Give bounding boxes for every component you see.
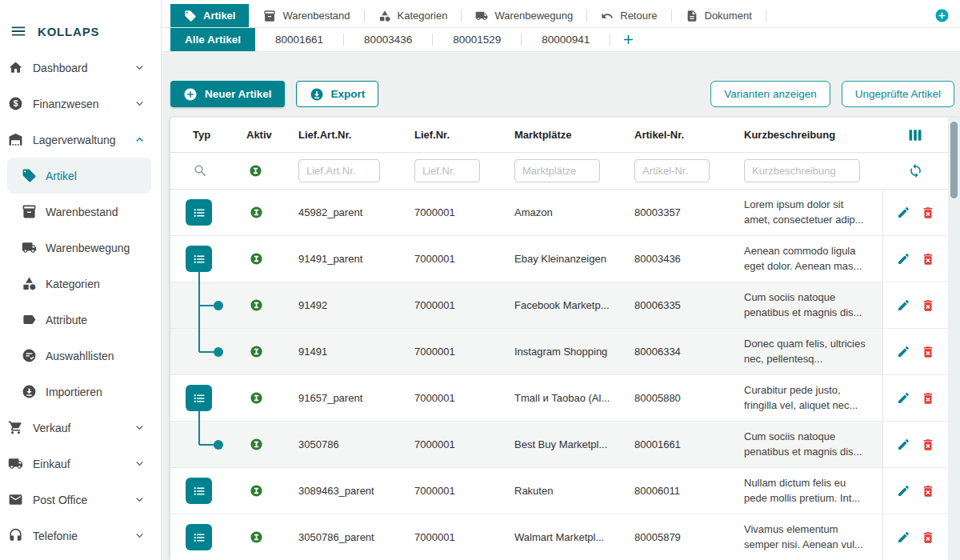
- edit-row-button[interactable]: [897, 391, 910, 405]
- parent-type-icon[interactable]: [186, 199, 212, 226]
- subtab-alle-artikel[interactable]: Alle Artikel: [170, 28, 255, 51]
- column-settings-icon[interactable]: [882, 127, 948, 143]
- sidebar-item-warenbewegung[interactable]: Warenbewegung: [7, 230, 151, 266]
- sidebar-item-label: Attribute: [46, 314, 87, 326]
- artikel-nr-cell: 80006011: [622, 485, 732, 497]
- show-variants-button[interactable]: Varianten anzeigen: [710, 81, 830, 107]
- filter-input-artikel-nr[interactable]: [634, 159, 710, 182]
- filter-input-kurzbeschreibung[interactable]: [744, 159, 860, 182]
- edit-row-button[interactable]: [897, 345, 910, 358]
- delete-row-button[interactable]: [921, 298, 935, 313]
- tab-bar: ArtikelWarenbestandKategorienWarenbewegu…: [162, 0, 960, 52]
- delete-row-button[interactable]: [921, 438, 935, 452]
- add-article-tab-button[interactable]: [621, 28, 636, 51]
- filter-input-lief-nr[interactable]: [414, 159, 480, 182]
- scrollbar-thumb[interactable]: [950, 122, 958, 198]
- app-root: KOLLAPS Dashboard$FinanzwesenLagerverwal…: [0, 0, 960, 560]
- tree-line: [198, 422, 200, 445]
- marktplatz-cell: Rakuten: [502, 485, 622, 497]
- sidebar-item-einkauf[interactable]: Einkauf: [0, 446, 161, 482]
- table-filter-row: [170, 153, 960, 190]
- tab-warenbewegung[interactable]: Warenbewegung: [462, 4, 586, 27]
- add-tab-button[interactable]: [934, 8, 950, 23]
- edit-row-button[interactable]: [897, 484, 910, 498]
- subtab-80000941[interactable]: 80000941: [522, 28, 610, 51]
- sidebar-item-post-office[interactable]: Post Office: [0, 482, 161, 518]
- edit-row-button[interactable]: [897, 438, 910, 451]
- tab-artikel[interactable]: Artikel: [170, 4, 249, 27]
- table-row: 91491_parent7000001Ebay Kleinanzeigen800…: [170, 236, 960, 282]
- marktplatz-cell: Best Buy Marketpl...: [502, 438, 622, 450]
- new-article-button[interactable]: Neuer Artikel: [170, 81, 285, 107]
- subtab-label: Alle Artikel: [185, 34, 241, 46]
- artikel-nr-cell: 80005879: [622, 531, 732, 543]
- row-actions: [882, 329, 948, 374]
- tab-label: Retoure: [620, 10, 657, 22]
- sidebar-item-label: Verkauf: [33, 422, 70, 434]
- parent-type-icon[interactable]: [186, 385, 212, 411]
- delete-row-button[interactable]: [921, 206, 935, 220]
- marktplatz-cell: Ebay Kleinanzeigen: [502, 253, 622, 265]
- active-status-icon: [234, 530, 286, 544]
- subtab-80001661[interactable]: 80001661: [255, 28, 343, 51]
- retoure-icon: [601, 10, 614, 22]
- subtab-label: 80001529: [453, 34, 501, 46]
- edit-row-button[interactable]: [897, 298, 910, 312]
- lief-nr-cell: 7000001: [402, 438, 502, 450]
- sidebar-item-artikel[interactable]: Artikel: [7, 158, 151, 194]
- tab-dokument[interactable]: Dokument: [672, 4, 766, 27]
- table-body: 45982_parent7000001Amazon80003357Lorem i…: [170, 190, 960, 560]
- sidebar-item-attribute[interactable]: Attribute: [7, 302, 151, 338]
- lief-nr-cell: 7000001: [402, 346, 502, 358]
- delete-row-button[interactable]: [921, 345, 935, 359]
- export-button[interactable]: Export: [296, 81, 379, 107]
- sidebar-item-kategorien[interactable]: Kategorien: [7, 266, 151, 302]
- lief-nr-cell: 7000001: [402, 485, 502, 497]
- edit-row-button[interactable]: [897, 206, 910, 219]
- tab-kategorien[interactable]: Kategorien: [365, 4, 462, 27]
- search-icon[interactable]: [170, 163, 234, 178]
- chevron-down-icon: [133, 529, 146, 542]
- filter-input-lief-art-nr[interactable]: [298, 159, 380, 182]
- chevron-down-icon: [133, 457, 146, 470]
- parent-type-icon[interactable]: [186, 478, 212, 504]
- subtab-80001529[interactable]: 80001529: [433, 28, 521, 51]
- table-row: 914917000001Instagram Shopping80006334Do…: [170, 329, 960, 375]
- subtab-80003436[interactable]: 80003436: [344, 28, 432, 51]
- sidebar-item-finanzwesen[interactable]: $Finanzwesen: [0, 86, 161, 122]
- tab-retoure[interactable]: Retoure: [587, 4, 670, 27]
- delete-row-button[interactable]: [921, 530, 935, 545]
- row-actions: [882, 375, 948, 421]
- edit-row-button[interactable]: [897, 252, 910, 266]
- sidebar-item-verkauf[interactable]: Verkauf: [0, 410, 161, 446]
- scrollbar-track[interactable]: [948, 118, 960, 560]
- sidebar-item-label: Artikel: [46, 170, 77, 182]
- parent-type-icon[interactable]: [186, 246, 212, 272]
- row-actions: [882, 282, 948, 328]
- logo-row: KOLLAPS: [0, 0, 161, 50]
- edit-row-button[interactable]: [897, 530, 910, 544]
- sidebar-item-lagerverwaltung[interactable]: Lagerverwaltung: [0, 122, 161, 158]
- sidebar-item-warenbestand[interactable]: Warenbestand: [7, 194, 151, 230]
- delete-row-button[interactable]: [921, 484, 935, 498]
- sidebar-item-auswahllisten[interactable]: Auswahllisten: [7, 338, 151, 374]
- filter-input-marktpl-tze[interactable]: [514, 159, 600, 182]
- sidebar-item-telefonie[interactable]: Telefonie: [0, 518, 161, 554]
- unchecked-articles-button[interactable]: Ungeprüfte Artikel: [842, 81, 954, 107]
- sidebar-item-dashboard[interactable]: Dashboard: [0, 50, 161, 86]
- delete-row-button[interactable]: [921, 391, 935, 406]
- active-filter-icon[interactable]: [234, 164, 286, 178]
- attribute-icon: [22, 312, 37, 327]
- refresh-icon[interactable]: [882, 163, 948, 178]
- type-cell: [170, 329, 234, 374]
- table-row: 3050786_parent7000001Walmart Marketpl...…: [170, 514, 960, 560]
- parent-type-icon[interactable]: [186, 524, 212, 550]
- tab-warenbestand[interactable]: Warenbestand: [250, 4, 363, 27]
- table-row: 45982_parent7000001Amazon80003357Lorem i…: [170, 190, 960, 236]
- sidebar-item-importieren[interactable]: Importieren: [7, 374, 151, 410]
- lagerverwaltung-icon: [8, 132, 23, 147]
- artikel-nr-cell: 80005880: [622, 392, 732, 404]
- menu-icon[interactable]: [10, 22, 27, 40]
- delete-row-button[interactable]: [921, 252, 935, 266]
- lief-art-nr-cell: 91491: [286, 346, 402, 358]
